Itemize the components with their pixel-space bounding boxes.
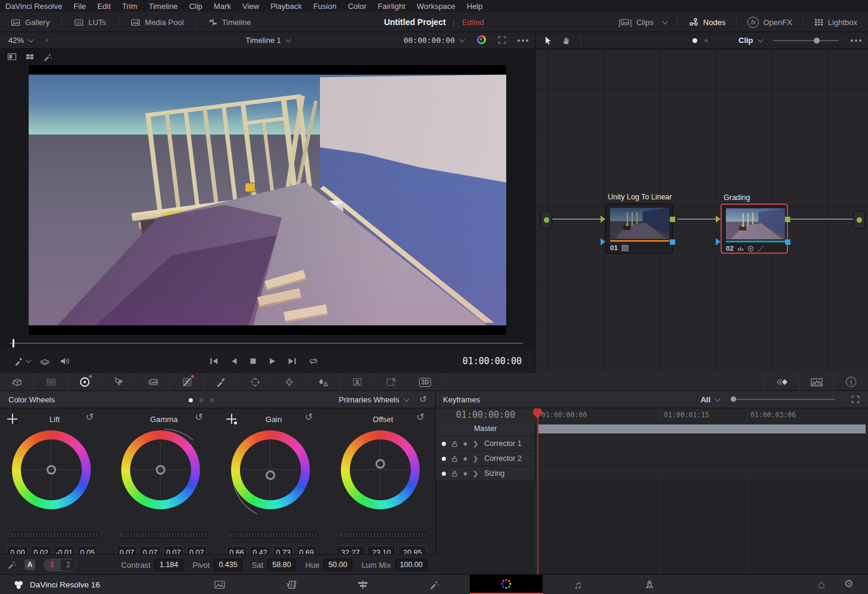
page-media[interactable] xyxy=(183,575,256,594)
node-page-dot-2[interactable] xyxy=(704,39,708,42)
contrast-value[interactable]: 1.184 xyxy=(155,559,183,571)
stereo-3d-tab[interactable]: 3D xyxy=(408,373,442,391)
node-01-key-input[interactable] xyxy=(601,238,605,245)
select-tool-icon[interactable] xyxy=(544,36,552,45)
settings-gear-icon[interactable]: ⚙ xyxy=(844,578,854,589)
curves-tab[interactable] xyxy=(170,373,204,391)
lock-icon[interactable] xyxy=(451,455,458,462)
offset-reset-icon[interactable]: ↺ xyxy=(417,413,424,422)
menu-color[interactable]: Color xyxy=(348,2,367,11)
rgb-mixer-tab[interactable] xyxy=(102,373,136,391)
sat-value[interactable]: 58.80 xyxy=(267,559,296,571)
color-match-tab[interactable] xyxy=(34,373,68,391)
info-toggle[interactable]: ⓘ xyxy=(833,373,868,391)
node-01[interactable]: Unity Log To Linear 01 xyxy=(605,204,673,254)
source-socket[interactable] xyxy=(540,211,552,229)
gamma-reset-icon[interactable]: ↺ xyxy=(195,413,203,422)
offset-master-dial[interactable] xyxy=(339,531,427,539)
motion-effects-tab[interactable] xyxy=(136,373,170,391)
track-enable-dot[interactable] xyxy=(442,472,446,476)
lift-reset-icon[interactable]: ↺ xyxy=(86,413,94,422)
home-icon[interactable]: ⌂ xyxy=(818,578,825,590)
expand-viewer-icon[interactable] xyxy=(498,36,506,44)
menu-playback[interactable]: Playback xyxy=(270,2,302,11)
menu-view[interactable]: View xyxy=(242,2,259,11)
stop-button[interactable] xyxy=(249,357,257,365)
page-edit[interactable] xyxy=(327,575,399,594)
scrubber-playhead[interactable] xyxy=(13,339,14,347)
node-01-key-output[interactable] xyxy=(670,239,675,245)
keyframes-ruler[interactable]: 01:00:00:00 01:00:00:00 01:00:01:15 01:0… xyxy=(436,408,868,422)
keyframes-editor-toggle[interactable] xyxy=(764,373,799,391)
node-02-rgb-output[interactable] xyxy=(785,217,790,222)
gain-master-dial[interactable] xyxy=(229,531,318,539)
qualifier-tab[interactable] xyxy=(204,373,238,391)
lift-wheel[interactable] xyxy=(12,430,91,509)
lum-mix-value[interactable]: 100.00 xyxy=(395,559,427,571)
menu-fairlight[interactable]: Fairlight xyxy=(378,2,405,11)
gamma-wheel[interactable] xyxy=(121,430,200,509)
split-screen-icon[interactable] xyxy=(7,53,17,61)
pan-tool-icon[interactable] xyxy=(562,36,571,45)
marker-a-badge[interactable]: A xyxy=(24,559,35,570)
sizing-tab[interactable] xyxy=(374,373,408,391)
viewer-scrubber[interactable] xyxy=(0,336,535,348)
track-enable-dot[interactable] xyxy=(442,457,446,461)
menu-fusion[interactable]: Fusion xyxy=(313,2,337,11)
goto-start-button[interactable] xyxy=(209,357,219,365)
page-fusion[interactable] xyxy=(398,575,471,594)
menu-file[interactable]: File xyxy=(73,2,86,11)
menu-clip[interactable]: Clip xyxy=(189,2,202,11)
node-01-rgb-output[interactable] xyxy=(670,217,675,222)
track-row-sizing[interactable]: ◆ ❯ Sizing xyxy=(436,466,868,481)
hue-value[interactable]: 50.00 xyxy=(324,559,352,571)
node-02[interactable]: Grading 02 xyxy=(721,204,788,254)
grid-view-icon[interactable] xyxy=(25,53,35,61)
gamma-puck[interactable] xyxy=(156,465,165,475)
node-page-dot-1[interactable] xyxy=(692,38,697,43)
blur-tab[interactable] xyxy=(306,373,340,391)
reset-all-icon[interactable]: ↺ xyxy=(419,394,427,405)
media-pool-button[interactable]: Media Pool xyxy=(124,12,191,32)
lock-icon[interactable] xyxy=(451,441,458,447)
key-tab[interactable] xyxy=(340,373,374,391)
keyframes-zoom-slider[interactable] xyxy=(731,399,835,400)
page-cut[interactable] xyxy=(255,575,328,594)
gain-puck[interactable] xyxy=(266,470,275,480)
grab-still-icon[interactable] xyxy=(14,356,30,366)
audio-mute-icon[interactable] xyxy=(60,356,71,366)
wheel-page-1[interactable]: 1 xyxy=(44,559,60,571)
keyframe-diamond-icon[interactable]: ◆ xyxy=(463,455,467,461)
auto-wand-icon[interactable] xyxy=(7,560,17,570)
lock-icon[interactable] xyxy=(451,470,458,477)
color-wheels-tab[interactable] xyxy=(68,373,102,391)
output-socket[interactable] xyxy=(853,211,865,229)
lightbox-button[interactable]: Lightbox xyxy=(807,12,864,32)
wheel-page-2[interactable]: 2 xyxy=(60,559,76,571)
lift-puck[interactable] xyxy=(47,465,56,475)
timeline-button[interactable]: Timeline xyxy=(201,12,258,32)
node-graph[interactable]: Unity Log To Linear 01 xyxy=(535,49,868,374)
gamma-master-dial[interactable] xyxy=(119,531,208,539)
enhance-color-icon[interactable]: + xyxy=(477,35,486,44)
loop-button[interactable] xyxy=(308,357,319,365)
offset-wheel[interactable] xyxy=(341,430,420,509)
pivot-value[interactable]: 0.435 xyxy=(214,559,242,571)
gallery-button[interactable]: Gallery xyxy=(4,12,57,32)
step-back-button[interactable] xyxy=(230,357,238,365)
track-row-corrector1[interactable]: ◆ ❯ Corrector 1 xyxy=(436,436,868,451)
track-row-corrector2[interactable]: ◆ ❯ Corrector 2 xyxy=(436,451,868,466)
menu-help[interactable]: Help xyxy=(467,2,483,11)
node-01-rgb-input[interactable] xyxy=(601,216,605,223)
node-02-rgb-input[interactable] xyxy=(716,216,721,223)
menu-edit[interactable]: Edit xyxy=(97,2,110,11)
nodes-button[interactable]: Nodes xyxy=(681,12,733,32)
keyframes-playhead[interactable] xyxy=(537,408,538,575)
wipe-modes-icon[interactable] xyxy=(39,356,50,366)
menu-mark[interactable]: Mark xyxy=(214,2,231,11)
tracker-tab[interactable] xyxy=(272,373,306,391)
scopes-toggle[interactable] xyxy=(799,373,833,391)
gain-wheel[interactable] xyxy=(231,430,310,509)
viewer-zoom-select[interactable]: 42% xyxy=(8,36,32,45)
expand-keyframes-icon[interactable] xyxy=(851,395,860,404)
